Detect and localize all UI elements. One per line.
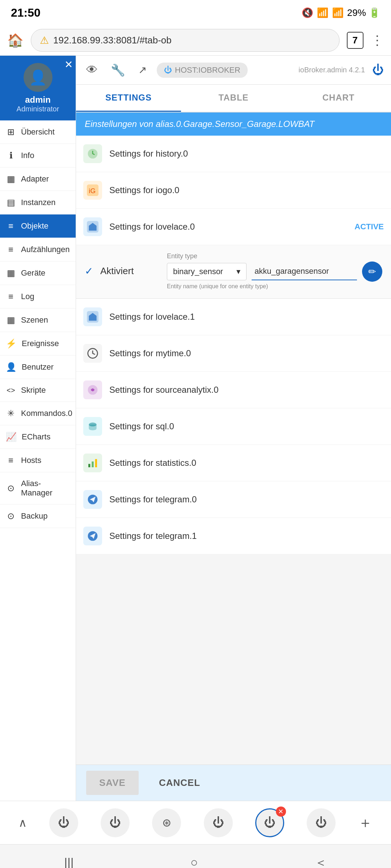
lovelace0-icon — [83, 217, 102, 236]
browser-btn-active[interactable]: ⏻ ✕ — [255, 808, 284, 837]
svg-rect-8 — [88, 464, 90, 467]
sidebar-item-backup[interactable]: ⊙ Backup — [0, 505, 76, 528]
sidebar-close-button[interactable]: ✕ — [64, 59, 73, 71]
admin-power-icon[interactable]: ⏻ — [372, 63, 384, 77]
sidebar-item-label: Adapter — [21, 174, 49, 184]
status-bar: 21:50 🔇 📶 📶 29% 🔋 — [0, 0, 391, 25]
sidebar-item-hosts[interactable]: ≡ Hosts — [0, 449, 76, 472]
echarts-icon: 📈 — [6, 432, 17, 442]
browser-add-button[interactable]: ＋ — [358, 813, 373, 833]
status-icons: 🔇 📶 📶 29% 🔋 — [302, 7, 380, 18]
sidebar-item-label: Hosts — [21, 456, 41, 465]
host-selector[interactable]: ⏻ HOST:IOBROKER — [157, 63, 248, 78]
sidebar-item-label: Ereignisse — [22, 339, 59, 348]
settings-item-sourceanalytix[interactable]: Settings for sourceanalytix.0 — [76, 372, 391, 408]
power-btn-icon-1: ⏻ — [58, 816, 70, 829]
sidebar-item-szenen[interactable]: ▦ Szenen — [0, 309, 76, 332]
browser-btn-1[interactable]: ⏻ — [49, 808, 78, 837]
wrench-icon[interactable]: 🔧 — [108, 60, 128, 80]
sidebar-role: Administrator — [17, 105, 59, 113]
browser-btn-4[interactable]: ⏻ — [307, 808, 336, 837]
entity-type-select[interactable]: binary_sensor ▾ — [167, 263, 247, 280]
log-icon: ≡ — [6, 292, 16, 302]
instanzen-icon: ▤ — [6, 197, 16, 208]
skripte-icon: <> — [6, 386, 16, 395]
browser-close-button[interactable]: ✕ — [276, 807, 286, 817]
browser-home-button[interactable]: 🏠 — [7, 33, 24, 48]
sidebar: ✕ 👤 admin Administrator ⊞ Übersicht ℹ In… — [0, 56, 76, 801]
entity-name-input[interactable] — [252, 263, 357, 280]
telegram1-icon — [83, 527, 102, 545]
sidebar-item-label: Instanzen — [21, 198, 55, 207]
cancel-button[interactable]: CANCEL — [146, 771, 213, 795]
lovelace1-icon — [83, 307, 102, 326]
sidebar-item-ereignisse[interactable]: ⚡ Ereignisse — [0, 332, 76, 356]
settings-item-sql[interactable]: Settings for sql.0 — [76, 408, 391, 445]
eye-icon[interactable]: 👁 — [83, 60, 101, 80]
url-bar: 🏠 ⚠ 192.168.99.33:8081/#tab-ob 7 ⋮ — [0, 25, 391, 56]
tabs-bar: SETTINGS TABLE CHART — [76, 85, 391, 112]
power-btn-icon-2: ⏻ — [109, 816, 121, 829]
tab-chart[interactable]: CHART — [286, 85, 391, 112]
edit-button[interactable]: ✏ — [362, 261, 382, 282]
szenen-icon: ▦ — [6, 315, 16, 325]
geraete-icon: ▦ — [6, 268, 16, 278]
sidebar-item-label: Aufzählungen — [21, 245, 70, 254]
import-icon[interactable]: ↗ — [135, 61, 150, 79]
tab-table[interactable]: TABLE — [181, 85, 286, 112]
sidebar-item-instanzen[interactable]: ▤ Instanzen — [0, 191, 76, 214]
url-field[interactable]: ⚠ 192.168.99.33:8081/#tab-ob — [31, 29, 340, 52]
settings-item-mytime[interactable]: Settings for mytime.0 — [76, 335, 391, 372]
sidebar-item-info[interactable]: ℹ Info — [0, 144, 76, 167]
warning-icon: ⚠ — [40, 34, 49, 46]
settings-item-lovelace0[interactable]: Settings for lovelace.0 ACTIVE — [76, 209, 391, 245]
sidebar-item-label: Backup — [21, 511, 47, 521]
browser-btn-2[interactable]: ⏻ — [101, 808, 130, 837]
sidebar-item-log[interactable]: ≡ Log — [0, 285, 76, 309]
settings-item-lovelace1[interactable]: Settings for lovelace.1 — [76, 299, 391, 335]
action-bar: SAVE CANCEL — [76, 765, 391, 801]
tabs-count-button[interactable]: 7 — [347, 32, 363, 49]
sidebar-item-benutzer[interactable]: 👤 Benutzer — [0, 356, 76, 379]
status-time: 21:50 — [11, 6, 41, 20]
sidebar-item-label: Kommandos.0 — [21, 409, 72, 418]
system-menu-button[interactable]: ||| — [64, 855, 74, 868]
settings-content: Einstellungen von alias.0.Garage.Sensor_… — [76, 112, 391, 765]
settings-item-telegram1[interactable]: Settings for telegram.1 — [76, 518, 391, 554]
sourceanalytix-icon — [83, 380, 102, 399]
sidebar-item-uebersicht[interactable]: ⊞ Übersicht — [0, 120, 76, 144]
sidebar-item-label: Übersicht — [21, 127, 55, 137]
entity-name-hint: Entity name (unique for one entity type) — [167, 283, 382, 290]
system-back-button[interactable]: ＜ — [315, 854, 327, 868]
settings-item-telegram0[interactable]: Settings for telegram.0 — [76, 481, 391, 518]
sidebar-item-kommandos[interactable]: ✳ Kommandos.0 — [0, 402, 76, 425]
browser-menu-button[interactable]: ⋮ — [371, 33, 384, 48]
aufzaehlungen-icon: ≡ — [6, 244, 16, 255]
settings-item-iogo[interactable]: iG Settings for iogo.0 — [76, 172, 391, 209]
url-text: 192.168.99.33:8081/#tab-ob — [53, 35, 172, 46]
tab-settings[interactable]: SETTINGS — [76, 85, 181, 112]
sidebar-item-alias-manager[interactable]: ⊙ Alias-Manager — [0, 472, 76, 505]
statistics-label: Settings for statistics.0 — [109, 458, 384, 468]
system-home-button[interactable]: ○ — [190, 855, 198, 868]
sidebar-item-skripte[interactable]: <> Skripte — [0, 379, 76, 402]
settings-item-statistics[interactable]: Settings for statistics.0 — [76, 445, 391, 481]
svg-rect-9 — [92, 461, 93, 467]
settings-expanded-lovelace0: ✓ Aktiviert Entity type binary_sensor ▾ — [76, 245, 391, 299]
save-button[interactable]: SAVE — [86, 771, 139, 795]
browser-up-button[interactable]: ∧ — [18, 816, 27, 830]
battery-text: 29% 🔋 — [347, 7, 380, 18]
sidebar-item-aufzaehlungen[interactable]: ≡ Aufzählungen — [0, 238, 76, 261]
sidebar-item-adapter[interactable]: ▦ Adapter — [0, 167, 76, 191]
avatar: 👤 — [24, 63, 52, 92]
browser-btn-3[interactable]: ⏻ — [204, 808, 233, 837]
sidebar-item-objekte[interactable]: ≡ Objekte — [0, 214, 76, 238]
entity-type-label: Entity type — [167, 252, 382, 260]
sidebar-item-geraete[interactable]: ▦ Geräte — [0, 261, 76, 285]
settings-item-history[interactable]: Settings for history.0 — [76, 136, 391, 172]
sidebar-item-echarts[interactable]: 📈 ECharts — [0, 425, 76, 449]
dropdown-icon: ▾ — [236, 267, 240, 276]
browser-btn-github[interactable]: ⊛ — [152, 808, 181, 837]
statistics-icon — [83, 454, 102, 472]
browser-bottom-bar: ∧ ⏻ ⏻ ⊛ ⏻ ⏻ ✕ ⏻ ＋ — [0, 801, 391, 844]
